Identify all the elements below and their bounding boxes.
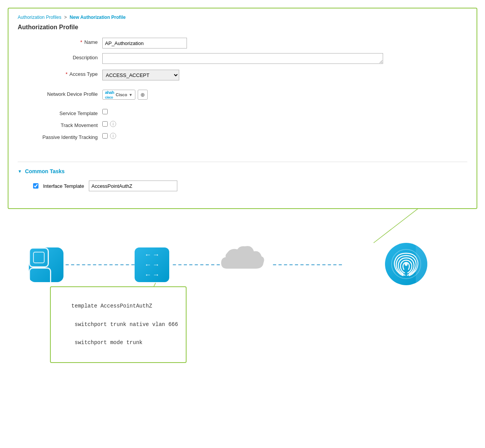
cisco-logo: ahahcisco [105, 90, 114, 99]
interface-template-checkbox[interactable] [33, 183, 38, 189]
globe-icon: ⊕ [140, 92, 145, 98]
description-input[interactable] [102, 53, 383, 64]
section-divider [18, 162, 467, 162]
interface-template-row: Interface Template [18, 181, 467, 191]
switch-icon: ← → ← → ← → [135, 247, 169, 282]
common-tasks-title: Common Tasks [25, 168, 65, 174]
service-template-checkbox[interactable] [102, 109, 108, 114]
access-type-row: * Access Type ACCESS_ACCEPT ACCESS_REJEC… [18, 70, 467, 80]
service-template-field [102, 109, 467, 114]
interface-template-input[interactable] [89, 181, 177, 191]
panel-title: Authorization Profile [18, 24, 467, 31]
code-box: template AccessPointAuthZ switchport tru… [50, 286, 187, 363]
service-template-label: Service Template [18, 109, 102, 116]
cisco-dropdown-arrow: ▼ [129, 93, 133, 97]
name-row: * Name [18, 38, 467, 48]
track-movement-row: Track Movement i [18, 121, 467, 128]
passive-identity-row: Passive Identity Tracking i [18, 133, 467, 140]
passive-identity-info-icon[interactable]: i [110, 133, 116, 139]
code-line-1: template AccessPointAuthZ [72, 303, 152, 309]
passive-identity-label: Passive Identity Tracking [18, 133, 102, 140]
code-line-2: switchport trunk native vlan 666 [72, 321, 178, 328]
name-label: * Name [18, 38, 102, 45]
name-input[interactable] [102, 38, 187, 48]
device-icon [29, 247, 63, 282]
access-type-field-wrapper: ACCESS_ACCEPT ACCESS_REJECT [102, 70, 467, 80]
description-field-wrapper [102, 53, 467, 65]
fingerprint-icon [385, 243, 427, 285]
device-profile-row: Network Device Profile ahahcisco Cisco ▼… [18, 90, 467, 100]
cisco-profile-button[interactable]: ahahcisco Cisco ▼ [102, 90, 135, 100]
breadcrumb-parent[interactable]: Authorization Profiles [18, 15, 61, 20]
collapse-arrow-icon[interactable]: ▼ [18, 169, 22, 174]
globe-button[interactable]: ⊕ [138, 90, 148, 100]
device-profile-field-wrapper: ahahcisco Cisco ▼ ⊕ [102, 90, 467, 100]
cloud-icon [217, 242, 267, 284]
description-label: Description [18, 53, 102, 60]
passive-identity-checkbox[interactable] [102, 133, 108, 139]
interface-template-label: Interface Template [43, 183, 84, 189]
description-row: Description [18, 53, 467, 65]
required-star: * [80, 39, 82, 45]
svg-point-6 [405, 262, 408, 266]
device-profile-label: Network Device Profile [18, 90, 102, 97]
track-movement-info-icon[interactable]: i [110, 121, 116, 127]
cisco-label: Cisco [116, 92, 127, 97]
diagram-area: ← → ← → ← → [8, 209, 477, 371]
track-movement-label: Track Movement [18, 121, 102, 128]
service-template-row: Service Template [18, 109, 467, 116]
track-movement-checkbox[interactable] [102, 121, 108, 127]
access-type-label: * Access Type [18, 70, 102, 77]
name-field-wrapper [102, 38, 467, 48]
authorization-profile-panel: Authorization Profiles > New Authorizati… [8, 8, 477, 209]
breadcrumb-current: New Authorization Profile [70, 15, 126, 20]
passive-identity-field: i [102, 133, 467, 139]
breadcrumb: Authorization Profiles > New Authorizati… [18, 15, 467, 20]
common-tasks-header: ▼ Common Tasks [18, 168, 467, 174]
access-type-select[interactable]: ACCESS_ACCEPT ACCESS_REJECT [102, 70, 179, 80]
svg-line-3 [373, 209, 422, 243]
breadcrumb-separator: > [64, 15, 67, 20]
track-movement-field: i [102, 121, 467, 127]
code-line-3: switchport mode trunk [72, 339, 143, 346]
